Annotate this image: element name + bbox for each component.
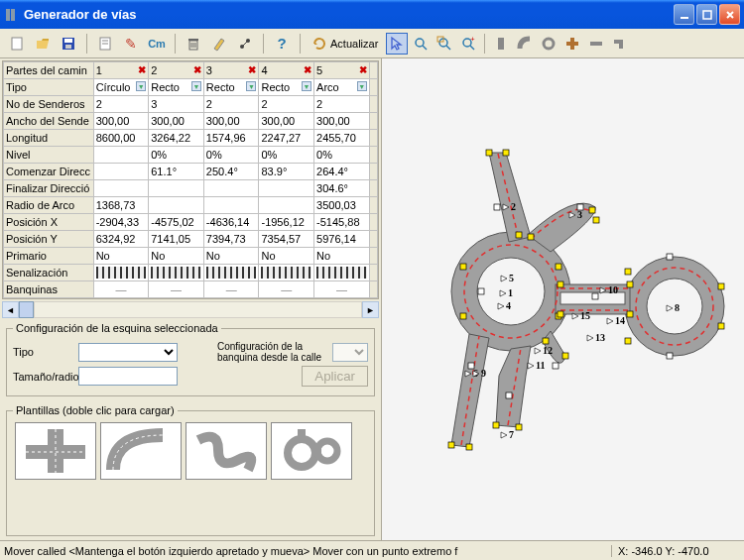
road-handle[interactable] — [667, 254, 673, 260]
grid-cell[interactable]: 7141,05 — [149, 231, 204, 248]
grid-cell[interactable]: -5145,88 — [314, 214, 370, 231]
road-handle[interactable] — [506, 392, 512, 398]
road-handle[interactable] — [667, 353, 673, 359]
grid-cell[interactable]: 300,00 — [203, 113, 259, 130]
dropdown-icon[interactable]: ▼ — [302, 81, 311, 91]
road-circle-icon[interactable] — [538, 33, 559, 55]
cm-icon[interactable]: Cm — [146, 33, 168, 55]
column-header[interactable]: 2✖ — [149, 62, 204, 79]
road-node[interactable] — [516, 424, 522, 430]
grid-cell[interactable]: 83.9° — [259, 164, 314, 180]
grid-cell[interactable]: 264.4° — [314, 164, 370, 180]
grid-cell[interactable]: 300,00 — [314, 113, 370, 130]
grid-cell[interactable]: 2 — [93, 96, 149, 113]
grid-cell[interactable] — [149, 180, 204, 197]
road-node[interactable] — [460, 264, 466, 270]
grid-cell[interactable]: 0% — [314, 147, 370, 164]
road-straight-icon[interactable] — [490, 33, 512, 55]
aplicar-button[interactable]: Aplicar — [302, 366, 368, 387]
grid-cell[interactable] — [203, 265, 259, 281]
grid-cell[interactable]: 7394,73 — [203, 231, 259, 248]
close-button[interactable] — [719, 4, 740, 25]
refresh-button[interactable]: Actualizar — [308, 34, 382, 54]
grid-cell[interactable] — [314, 265, 370, 281]
dropdown-icon[interactable]: ▼ — [357, 81, 367, 91]
banquina-select[interactable] — [332, 343, 368, 362]
grid-cell[interactable]: 300,00 — [93, 113, 149, 130]
column-header[interactable]: 1✖ — [93, 62, 149, 79]
grid-cell[interactable]: 300,00 — [149, 113, 204, 130]
zoom-fit-icon[interactable] — [434, 33, 455, 55]
dropdown-icon[interactable]: ▼ — [136, 81, 146, 91]
grid-cell[interactable]: 0% — [259, 147, 314, 164]
save-icon[interactable] — [58, 33, 79, 55]
road-handle[interactable] — [553, 363, 558, 369]
grid-cell[interactable]: 300,00 — [259, 113, 314, 130]
grid-cell[interactable]: 0% — [149, 147, 204, 164]
grid-cell[interactable]: Recto▼ — [259, 79, 314, 96]
grid-cell[interactable]: Arco▼ — [314, 79, 370, 96]
template-crossroad[interactable] — [15, 422, 96, 480]
road-node[interactable] — [627, 281, 633, 287]
scroll-left-button[interactable]: ◄ — [2, 301, 19, 318]
minimize-button[interactable] — [674, 4, 694, 25]
road-canvas[interactable]: 123456789101112131415 — [382, 58, 744, 540]
grid-cell[interactable]: -4575,02 — [149, 214, 204, 231]
road-node[interactable] — [448, 442, 454, 448]
grid-cell[interactable]: — — [149, 281, 204, 298]
trash-icon[interactable] — [183, 33, 204, 55]
document-icon[interactable] — [94, 33, 116, 55]
dropdown-icon[interactable]: ▼ — [191, 81, 201, 91]
grid-cell[interactable]: 3264,22 — [149, 130, 204, 147]
grid-cell[interactable]: 2 — [203, 96, 259, 113]
grid-cell[interactable]: No — [93, 248, 149, 265]
grid-cell[interactable] — [149, 265, 204, 281]
road-node[interactable] — [503, 150, 509, 156]
grid-cell[interactable]: 2247,27 — [259, 130, 314, 147]
grid-cell[interactable]: — — [93, 281, 149, 298]
grid-cell[interactable]: 1368,73 — [93, 197, 149, 214]
open-icon[interactable] — [32, 33, 54, 55]
road-marker[interactable]: 13 — [587, 332, 605, 343]
road-node[interactable] — [556, 264, 561, 270]
grid-cell[interactable]: 8600,00 — [93, 130, 149, 147]
grid-cell[interactable]: 2455,70 — [314, 130, 370, 147]
road-node[interactable] — [486, 150, 492, 156]
grid-cell[interactable] — [93, 265, 149, 281]
road-node[interactable] — [493, 422, 499, 428]
grid-cell[interactable]: — — [259, 281, 314, 298]
grid-cell[interactable]: — — [203, 281, 259, 298]
road-segment-icon[interactable] — [585, 33, 607, 55]
road-marker[interactable]: 7 — [501, 429, 514, 440]
road-node[interactable] — [516, 232, 522, 238]
road-node[interactable] — [593, 217, 599, 223]
grid-cell[interactable]: 2 — [314, 96, 370, 113]
grid-cell[interactable]: 7354,57 — [259, 231, 314, 248]
grid-cell[interactable] — [203, 180, 259, 197]
road-node[interactable] — [466, 444, 472, 450]
road-marker[interactable]: 12 — [535, 345, 553, 356]
properties-grid[interactable]: Partes del camin1✖2✖3✖4✖5✖TipoCírculo▼Re… — [2, 60, 379, 299]
road-handle[interactable] — [592, 293, 598, 299]
zoom-icon[interactable] — [410, 33, 432, 55]
road-node[interactable] — [543, 338, 549, 344]
grid-cell[interactable] — [259, 180, 314, 197]
column-header[interactable]: 5✖ — [314, 62, 370, 79]
grid-cell[interactable] — [259, 197, 314, 214]
road-node[interactable] — [627, 311, 633, 317]
road-node[interactable] — [718, 323, 724, 329]
maximize-button[interactable] — [696, 4, 717, 25]
tipo-select[interactable] — [78, 343, 178, 362]
grid-cell[interactable]: 6324,92 — [93, 231, 149, 248]
delete-column-icon[interactable]: ✖ — [248, 64, 256, 75]
road-marker[interactable]: 14 — [607, 315, 625, 326]
delete-column-icon[interactable]: ✖ — [304, 64, 311, 75]
road-handle[interactable] — [478, 288, 484, 294]
grid-cell[interactable]: No — [149, 248, 204, 265]
road-node[interactable] — [562, 353, 568, 359]
grid-cell[interactable]: 250.4° — [203, 164, 259, 180]
grid-cell[interactable]: 5976,14 — [314, 231, 370, 248]
road-node[interactable] — [528, 234, 534, 240]
road-angle-icon[interactable] — [609, 33, 631, 55]
road-node[interactable] — [589, 207, 595, 213]
